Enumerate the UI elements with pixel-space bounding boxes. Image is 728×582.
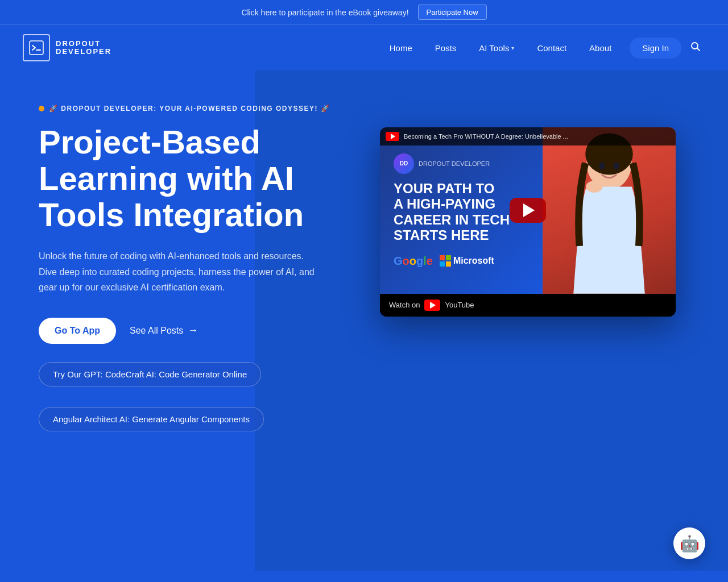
announcement-text: Click here to participate in the eBook g… — [241, 8, 408, 17]
hero-description: Unlock the future of coding with AI-enha… — [39, 248, 323, 295]
hero-content: 🚀 DROPOUT DEVELOPER: YOUR AI-POWERED COD… — [0, 70, 728, 431]
play-button-overlay[interactable] — [510, 198, 546, 223]
hero-right: Becoming a Tech Pro WITHOUT A Degree: Un… — [380, 105, 689, 317]
arrow-right-icon: → — [188, 325, 198, 336]
nav-home[interactable]: Home — [380, 39, 421, 57]
video-top-bar: Becoming a Tech Pro WITHOUT A Degree: Un… — [380, 127, 676, 146]
angular-button[interactable]: Angular Architect AI: Generate Angular C… — [39, 407, 264, 431]
nav-contact[interactable]: Contact — [528, 39, 576, 57]
logo[interactable]: DROPOUT DEVELOPER — [23, 34, 111, 61]
hero-badge-text: 🚀 DROPOUT DEVELOPER: YOUR AI-POWERED COD… — [49, 105, 330, 113]
svg-point-6 — [599, 163, 605, 170]
youtube-logo-bottom — [424, 300, 440, 311]
channel-name: DROPOUT DEVELOPER — [419, 160, 490, 167]
hero-left: 🚀 DROPOUT DEVELOPER: YOUR AI-POWERED COD… — [39, 105, 346, 431]
participate-button[interactable]: Participate Now — [418, 5, 487, 20]
video-right-panel — [543, 127, 676, 294]
sign-in-button[interactable]: Sign In — [630, 38, 681, 59]
youtube-play-bottom — [430, 302, 436, 309]
ai-tools-chevron: ▾ — [511, 45, 514, 51]
video-channel-info: DD DROPOUT DEVELOPER — [394, 153, 529, 174]
logo-text: DROPOUT DEVELOPER — [56, 40, 111, 56]
video-bottom-bar: Watch on YouTube — [380, 294, 676, 317]
nav-ai-tools[interactable]: AI Tools ▾ — [470, 39, 523, 57]
svg-point-8 — [586, 181, 602, 193]
channel-avatar: DD — [394, 153, 414, 174]
hero-badge-dot — [39, 106, 44, 111]
video-title-bar: Becoming a Tech Pro WITHOUT A Degree: Un… — [404, 133, 670, 140]
search-icon-button[interactable] — [686, 37, 705, 59]
video-container: Becoming a Tech Pro WITHOUT A Degree: Un… — [380, 127, 676, 317]
woman-image — [543, 127, 676, 294]
svg-line-3 — [697, 48, 700, 51]
microsoft-logo: Microsoft — [440, 255, 494, 267]
svg-rect-0 — [30, 41, 43, 55]
announcement-bar: Click here to participate in the eBook g… — [0, 0, 728, 25]
play-triangle-icon — [523, 203, 535, 217]
nav-about[interactable]: About — [580, 39, 621, 57]
hero-section: 🚀 DROPOUT DEVELOPER: YOUR AI-POWERED COD… — [0, 70, 728, 571]
svg-point-7 — [613, 163, 619, 170]
nav-posts[interactable]: Posts — [426, 39, 466, 57]
hero-buttons: Go To App See All Posts → — [39, 318, 346, 344]
logo-icon — [23, 34, 50, 61]
brand-logos: Google Microsoft — [394, 255, 529, 268]
ms-logo-grid — [440, 255, 451, 267]
chatbot-bubble[interactable]: 🤖 — [673, 527, 705, 559]
watch-on-youtube[interactable]: Watch on YouTube — [389, 300, 474, 311]
google-logo: Google — [394, 255, 433, 268]
gpt-button[interactable]: Try Our GPT: CodeCraft AI: Code Generato… — [39, 362, 261, 386]
youtube-play-sm — [391, 134, 395, 139]
hero-badge: 🚀 DROPOUT DEVELOPER: YOUR AI-POWERED COD… — [39, 105, 346, 113]
youtube-logo-sm — [386, 132, 399, 141]
youtube-icon-small — [386, 132, 399, 141]
header: DROPOUT DEVELOPER Home Posts AI Tools ▾ … — [0, 25, 728, 70]
hero-title: Project-Based Learning with AI Tools Int… — [39, 124, 346, 232]
chatbot-icon: 🤖 — [680, 534, 700, 553]
go-to-app-button[interactable]: Go To App — [39, 318, 116, 344]
see-all-posts-link[interactable]: See All Posts → — [130, 325, 198, 336]
video-thumbnail[interactable]: DD DROPOUT DEVELOPER YOUR PATH TO A HIGH… — [380, 127, 676, 294]
main-nav: Home Posts AI Tools ▾ Contact About Sign… — [380, 37, 705, 59]
video-title-text: YOUR PATH TO A HIGH-PAYING CAREER IN TEC… — [394, 181, 529, 243]
